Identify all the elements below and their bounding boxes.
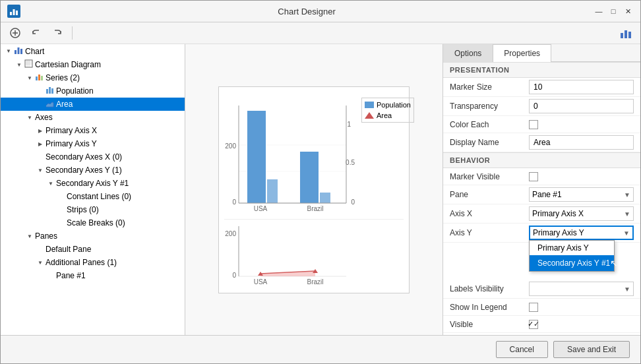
toggle-chart[interactable] [3, 46, 14, 57]
marker-visible-checkbox[interactable] [529, 172, 538, 181]
marker-size-value [529, 80, 634, 94]
tree-item-additional-panes[interactable]: Additional Panes (1) [1, 256, 185, 269]
pane-label: Pane [450, 190, 529, 199]
chart-type-button[interactable] [617, 25, 635, 41]
properties-content: PRESENTATION Marker Size Transparency Co… [443, 62, 640, 335]
svg-text:0: 0 [232, 272, 236, 279]
tree-scroll[interactable]: Chart Cartesian Diagram [1, 44, 185, 335]
svg-rect-1 [13, 9, 15, 15]
marker-size-label: Marker Size [450, 82, 529, 92]
color-each-value [529, 120, 634, 129]
pane-select-arrow: ▼ [624, 191, 630, 198]
tree-item-secondary-y[interactable]: Secondary Axes Y (1) [1, 164, 185, 177]
axis-y-option-primary[interactable]: Primary Axis Y [530, 241, 614, 255]
svg-text:0.5: 0.5 [346, 159, 355, 166]
visible-checkbox[interactable]: ✓ [529, 320, 538, 329]
population-icon [46, 86, 54, 96]
area-icon [46, 99, 54, 109]
axis-x-select[interactable]: Primary Axis X ▼ [529, 206, 634, 221]
legend-population: Population [365, 101, 411, 109]
marker-size-input[interactable] [529, 80, 634, 94]
minimize-button[interactable]: — [593, 6, 605, 16]
tree-item-strips[interactable]: Strips (0) [1, 203, 185, 216]
svg-rect-32 [267, 179, 278, 203]
pane-select-container: Pane #1 ▼ [529, 187, 634, 202]
svg-rect-11 [20, 49, 22, 54]
tree-item-primary-x[interactable]: Primary Axis X [1, 124, 185, 137]
svg-text:200: 200 [225, 230, 236, 237]
transparency-input[interactable] [529, 99, 634, 113]
toolbar [1, 22, 640, 44]
toggle-panes[interactable] [24, 231, 35, 241]
display-name-value [529, 135, 634, 150]
chart-legend: Population Area [361, 98, 414, 123]
tree-item-chart[interactable]: Chart [1, 44, 185, 58]
display-name-input[interactable] [529, 135, 634, 150]
tree-item-axes[interactable]: Axes [1, 111, 185, 124]
tree-item-scale-breaks[interactable]: Scale Breaks (0) [1, 216, 185, 229]
tree-item-primary-y[interactable]: Primary Axis Y [1, 137, 185, 150]
tree-item-panes[interactable]: Panes [1, 229, 185, 243]
svg-rect-20 [46, 89, 48, 94]
color-each-checkbox[interactable] [529, 120, 538, 129]
labels-visibility-select[interactable]: ▼ [529, 282, 634, 296]
redo-button[interactable] [48, 25, 67, 41]
axis-y-select-value: Primary Axis Y [533, 228, 584, 237]
tree-item-constant-lines[interactable]: Constant Lines (0) [1, 190, 185, 203]
behavior-header: BEHAVIOR [443, 152, 640, 168]
toggle-secondary-y1[interactable] [46, 178, 56, 189]
area-label: Area [56, 100, 73, 109]
tree-item-population[interactable]: Population [1, 84, 185, 98]
tree-panel: Chart Cartesian Diagram [1, 44, 185, 335]
axis-y-select-arrow: ▼ [623, 229, 630, 237]
toggle-primary-x[interactable] [35, 125, 46, 136]
primary-y-label: Primary Axis Y [46, 139, 97, 148]
axis-x-row: Axis X Primary Axis X ▼ [443, 204, 640, 224]
title-bar: Chart Designer — □ ✕ [1, 1, 640, 22]
axis-y-label: Axis Y [450, 228, 529, 237]
axis-y-option-secondary[interactable]: Secondary Axis Y #1↖ [530, 255, 614, 271]
tree-item-series[interactable]: Series (2) [1, 71, 185, 84]
tab-options[interactable]: Options [443, 44, 493, 62]
tree-item-default-pane[interactable]: Default Pane [1, 243, 185, 256]
toggle-axes[interactable] [24, 112, 35, 123]
tree-item-pane1[interactable]: Pane #1 [1, 269, 185, 282]
toggle-series[interactable] [24, 73, 35, 83]
svg-text:0: 0 [351, 198, 355, 206]
tree-item-secondary-x[interactable]: Secondary Axes X (0) [1, 150, 185, 164]
chart-area: 0 200 0 0.5 1 [185, 44, 443, 335]
tree-item-secondary-y1[interactable]: Secondary Axis Y #1 [1, 177, 185, 190]
transparency-row: Transparency [443, 97, 640, 116]
toggle-pane1 [46, 270, 56, 281]
axis-x-label: Axis X [450, 209, 529, 218]
display-name-row: Display Name [443, 133, 640, 152]
pane-select[interactable]: Pane #1 ▼ [529, 187, 634, 202]
visible-label: Visible [450, 320, 529, 329]
axis-y-select[interactable]: Primary Axis Y ▼ [529, 226, 634, 240]
toggle-cartesian[interactable] [14, 59, 24, 70]
tree-item-area[interactable]: Area [1, 98, 185, 111]
cancel-button[interactable]: Cancel [496, 341, 548, 358]
toggle-additional-panes[interactable] [35, 257, 46, 268]
undo-button[interactable] [27, 25, 46, 41]
tab-properties[interactable]: Properties [493, 44, 551, 62]
add-button[interactable] [6, 25, 24, 41]
svg-rect-22 [51, 88, 53, 94]
window-controls: — □ ✕ [593, 6, 634, 16]
toggle-constant [56, 191, 67, 202]
maximize-button[interactable]: □ [607, 6, 619, 16]
svg-text:USA: USA [254, 278, 268, 286]
transparency-label: Transparency [450, 102, 529, 111]
toggle-secondary-y[interactable] [35, 165, 46, 175]
save-exit-button[interactable]: Save and Exit [553, 341, 630, 358]
tree-item-cartesian[interactable]: Cartesian Diagram [1, 58, 185, 71]
svg-rect-18 [38, 75, 40, 80]
close-button[interactable]: ✕ [622, 6, 634, 16]
svg-rect-34 [320, 193, 330, 203]
pane-row: Pane Pane #1 ▼ [443, 185, 640, 204]
toggle-primary-y[interactable] [35, 138, 46, 149]
toggle-strips [56, 204, 67, 215]
svg-rect-33 [300, 152, 319, 203]
series-icon [35, 73, 44, 83]
show-in-legend-checkbox[interactable] [529, 303, 538, 312]
